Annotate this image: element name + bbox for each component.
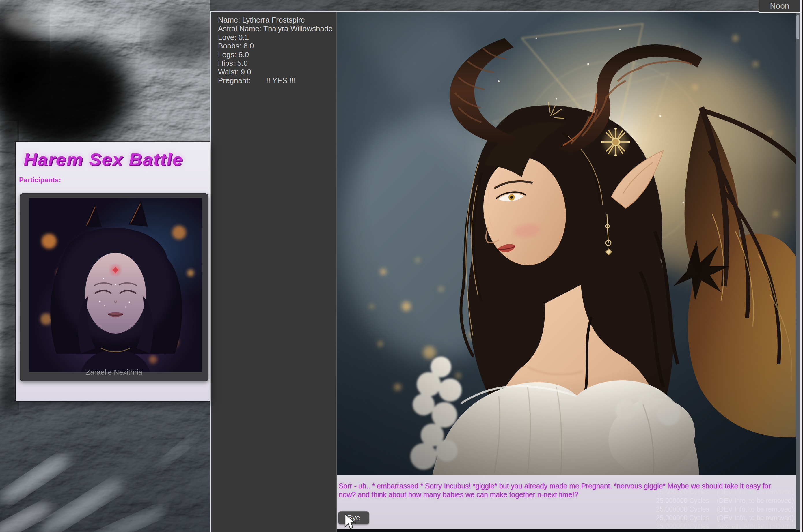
screen-right-edge (802, 0, 803, 532)
pregnant-label: Pregnant: (218, 76, 251, 85)
stat-astral-name: Astral Name: Thalyra Willowshade (218, 24, 336, 33)
scene-column: 25.000000 Cycles(DEV Info, to be removed… (337, 12, 802, 532)
dialogue-area: 25.000000 Cycles(DEV Info, to be removed… (337, 475, 803, 532)
dev-bottom-row: 50.000000 Cycles (DEV Info, to be remove… (643, 529, 649, 532)
scrollbar-thumb[interactable] (796, 15, 799, 39)
scrollbar-track[interactable] (796, 13, 800, 530)
time-of-day-badge: Noon (759, 0, 800, 13)
dev-info-row: 25.000000 Cycles(DEV Info, to be removed… (656, 514, 800, 522)
character-stats-panel: Name: Lytherra Frostspire Astral Name: T… (211, 12, 337, 532)
stat-hips: Hips: 5.0 (218, 59, 336, 68)
participants-label: Participants: (19, 176, 61, 184)
stat-love: Love: 0.1 (218, 33, 336, 41)
bottom-dev-strip: 50.000000 Cycles (DEV Info, to be remove… (337, 529, 803, 532)
participant-portrait-image (29, 198, 202, 372)
game-window: Name: Lytherra Frostspire Astral Name: T… (210, 11, 803, 532)
stat-name: Name: Lytherra Frostspire (218, 16, 336, 24)
dialogue-line-2: now? and think about how many babies we … (339, 491, 578, 499)
character-scene-image (337, 12, 803, 475)
dev-info-row: 25.000000 Cycles(DEV Info, to be removed… (656, 506, 800, 513)
participant-name: Zaraelle Nexithria (20, 368, 208, 377)
stat-pregnant: Pregnant:!! YES !!! (218, 76, 336, 85)
panel-title: Harem Sex Battle (24, 149, 218, 169)
stat-legs: Legs: 6.0 (218, 50, 336, 59)
stat-boobs: Boobs: 8.0 (218, 41, 336, 50)
dev-info-row: 25.000000 Cycles(DEV Info, to be removed… (656, 497, 800, 505)
harem-battle-panel: Harem Sex Battle Participants: (16, 142, 210, 401)
participant-card[interactable]: Zaraelle Nexithria (20, 193, 208, 381)
dialogue-line-1: Sorr - uh.. * embarrassed * Sorry Incubu… (339, 482, 771, 490)
stat-waist: Waist: 9.0 (218, 68, 336, 76)
mouse-cursor (345, 514, 358, 532)
pregnant-value: !! YES !!! (266, 76, 296, 85)
